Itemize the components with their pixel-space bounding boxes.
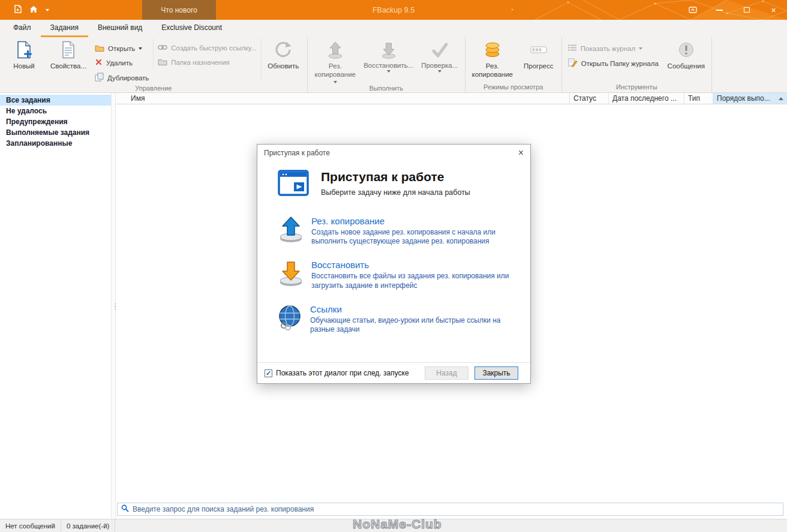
new-job-button[interactable]: Новый xyxy=(2,38,46,80)
manage-small-buttons: Открыть Удалить Дублировать xyxy=(91,38,153,83)
sidebar-item-all-jobs[interactable]: Все задания xyxy=(0,95,111,106)
titlebar: Что нового FBackup 9.5 × xyxy=(0,0,787,20)
properties-icon xyxy=(59,41,77,60)
job-filters-sidebar: Все задания Не удалось Предупреждения Вы… xyxy=(0,93,111,519)
progress-view-button[interactable]: Прогресс xyxy=(518,38,560,80)
dialog-close-icon[interactable]: × xyxy=(518,148,524,158)
checkbox-label: Показать этот диалог при след. запуске xyxy=(276,369,409,377)
open-folder-icon xyxy=(95,44,104,53)
tab-file[interactable]: Файл xyxy=(4,20,41,37)
messages-icon xyxy=(677,41,695,60)
backup-option-title[interactable]: Рез. копирование xyxy=(311,216,513,226)
ribbon-display-options-icon[interactable] xyxy=(679,0,706,20)
backup-option-desc: Создать новое задание рез. копирования с… xyxy=(311,228,513,246)
tab-exclusive-discount[interactable]: Exclusive Discount xyxy=(152,20,232,37)
dialog-titlebar: Приступая к работе × xyxy=(257,145,530,161)
duplicate-button[interactable]: Дублировать xyxy=(91,72,153,83)
maximize-icon xyxy=(744,7,750,13)
statusbar: Нет сообщений 0 задание(-й) xyxy=(0,519,787,532)
home-icon[interactable] xyxy=(29,5,38,15)
run-backup-button[interactable]: Рез. копирование xyxy=(310,38,361,83)
view-backup-button[interactable]: Рез. копирование xyxy=(467,38,518,80)
restore-button[interactable]: Восстановить... xyxy=(361,38,416,80)
window-title: FBackup 9.5 xyxy=(0,0,787,20)
getting-started-icon xyxy=(278,170,309,198)
dialog-footer: ✓ Показать этот диалог при след. запуске… xyxy=(257,362,530,383)
back-button[interactable]: Назад xyxy=(425,366,468,380)
backup-option[interactable]: Рез. копирование Создать новое задание р… xyxy=(277,216,530,246)
column-header-last-date[interactable]: Дата последнего ... xyxy=(608,93,684,104)
column-header-type[interactable]: Тип xyxy=(684,93,713,104)
show-log-icon xyxy=(568,44,577,53)
restore-option-desc: Восстановить все файлы из задания рез. к… xyxy=(311,272,513,290)
new-job-icon xyxy=(15,41,33,60)
test-button[interactable]: Проверка... xyxy=(416,38,463,80)
window-controls: × xyxy=(679,0,787,20)
sidebar-item-warnings[interactable]: Предупреждения xyxy=(0,116,111,127)
chevron-down-icon xyxy=(639,47,642,50)
search-input[interactable] xyxy=(133,505,779,513)
messages-button[interactable]: Сообщения xyxy=(663,38,710,80)
close-button[interactable]: × xyxy=(760,0,787,20)
restore-option[interactable]: Восстановить Восстановить все файлы из з… xyxy=(277,260,530,290)
menu-tab-bar: Файл Задания Внешний вид Exclusive Disco… xyxy=(0,20,787,37)
ribbon-filler xyxy=(712,37,787,92)
maximize-button[interactable] xyxy=(733,0,760,20)
sidebar-item-scheduled[interactable]: Запланированные xyxy=(0,138,111,149)
refresh-button[interactable]: Обновить xyxy=(261,38,305,80)
whats-new-label: Что нового xyxy=(161,6,197,14)
column-header-name[interactable]: Имя xyxy=(116,93,569,104)
globe-links-icon xyxy=(277,304,304,334)
sidebar-splitter[interactable]: ⋮ xyxy=(111,93,116,519)
group-label-execute: Выполнить xyxy=(310,83,463,93)
dialog-header: Приступая к работе Выберите задачу ниже … xyxy=(278,170,530,198)
tab-jobs[interactable]: Задания xyxy=(41,20,88,37)
quick-access-chevron-icon[interactable] xyxy=(46,9,49,11)
restore-icon xyxy=(380,41,398,60)
chevron-down-icon xyxy=(387,70,391,73)
open-button[interactable]: Открыть xyxy=(91,43,153,53)
minimize-icon xyxy=(716,10,723,11)
backup-stack-icon xyxy=(483,41,501,60)
search-bar[interactable] xyxy=(117,503,783,516)
fbackup-window: Что нового FBackup 9.5 × Файл Задания Вн… xyxy=(0,0,787,532)
ribbon: Новый Свойства... Открыть Удалить xyxy=(0,37,787,93)
ribbon-group-manage: Новый Свойства... Открыть Удалить xyxy=(0,37,308,92)
status-job-count: 0 задание(-й) xyxy=(61,519,115,532)
ribbon-group-tools: Показать журнал Открыть Папку журнала Со… xyxy=(562,37,712,92)
show-log-button[interactable]: Показать журнал xyxy=(564,43,663,53)
links-option[interactable]: Ссылки Обучающие статьи, видео-уроки или… xyxy=(277,304,530,334)
dialog-options: Рез. копирование Создать новое задание р… xyxy=(277,216,530,334)
show-dialog-checkbox[interactable]: ✓ Показать этот диалог при след. запуске xyxy=(265,369,409,377)
ribbon-group-view-modes: Рез. копирование Прогресс Режимы просмот… xyxy=(465,37,562,92)
sidebar-item-running[interactable]: Выполняемые задания xyxy=(0,127,111,138)
create-quick-link-button[interactable]: Создать быструю ссылку... xyxy=(154,43,260,53)
tab-appearance[interactable]: Внешний вид xyxy=(88,20,152,37)
quick-access-toolbar xyxy=(14,0,49,20)
minimize-button[interactable] xyxy=(706,0,733,20)
restore-option-title[interactable]: Восстановить xyxy=(311,260,513,270)
tools-small-buttons: Показать журнал Открыть Папку журнала xyxy=(564,38,663,69)
sort-ascending-icon xyxy=(779,97,783,100)
column-header-exec-order[interactable]: Порядок выпо... xyxy=(713,93,787,104)
open-log-folder-icon xyxy=(568,58,578,68)
dialog-heading-block: Приступая к работе Выберите задачу ниже … xyxy=(321,170,470,197)
open-log-folder-button[interactable]: Открыть Папку журнала xyxy=(564,58,663,69)
job-table-header: Имя Статус Дата последнего ... Тип Поряд… xyxy=(116,93,787,104)
getting-started-dialog: Приступая к работе × Приступая к работе … xyxy=(257,144,531,384)
chevron-down-icon xyxy=(438,70,441,73)
close-dialog-button[interactable]: Закрыть xyxy=(474,366,518,380)
sidebar-item-failed[interactable]: Не удалось xyxy=(0,106,111,116)
app-icon[interactable] xyxy=(14,5,22,15)
whats-new-tab[interactable]: Что нового xyxy=(142,0,216,20)
quick-link-icon xyxy=(158,44,167,52)
delete-button[interactable]: Удалить xyxy=(91,58,153,68)
links-option-title[interactable]: Ссылки xyxy=(310,304,512,314)
column-header-status[interactable]: Статус xyxy=(569,93,608,104)
properties-button[interactable]: Свойства... xyxy=(46,38,91,80)
status-messages: Нет сообщений xyxy=(0,519,61,532)
destination-folder-button[interactable]: Папка назначения xyxy=(154,57,260,67)
link-small-buttons: Создать быструю ссылку... Папка назначен… xyxy=(153,38,260,67)
splitter-grip-icon: ⋮ xyxy=(112,302,115,311)
group-label-view-modes: Режимы просмотра xyxy=(467,82,560,92)
